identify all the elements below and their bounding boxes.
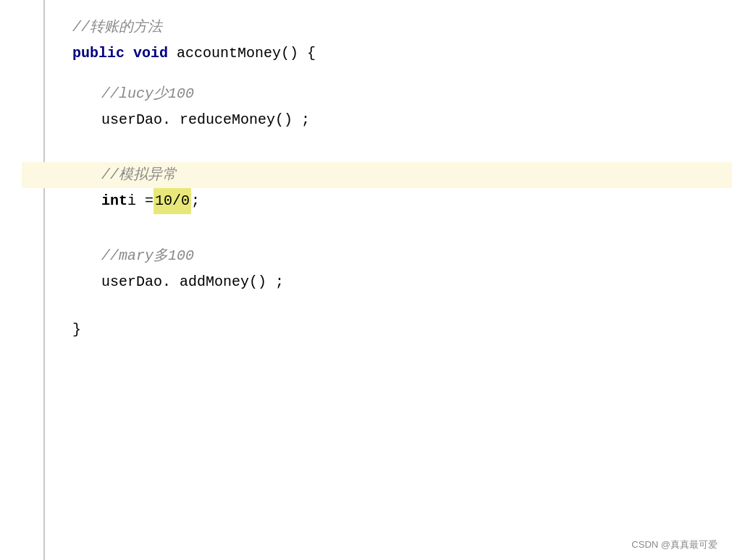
closing-brace: } (72, 317, 81, 343)
spacer3 (72, 148, 710, 162)
reduce-money-line: userDao. reduceMoney() ; (72, 107, 710, 133)
keyword-public: public (72, 41, 125, 67)
comment-simulate-line: //模拟异常 (22, 162, 732, 188)
comment-transfer: //转账的方法 (72, 14, 162, 41)
space1 (125, 41, 133, 67)
code-block: //转账的方法 public void accountMoney() { //l… (22, 14, 732, 343)
watermark: CSDN @真真最可爱 (631, 538, 718, 551)
left-border (43, 0, 45, 560)
public-void-line: public void accountMoney() { (72, 41, 710, 67)
add-money-code: userDao. addMoney() ; (101, 269, 284, 295)
spacer6 (72, 295, 710, 310)
int-highlight: 10/0 (153, 188, 191, 214)
comment-simulate: //模拟异常 (101, 162, 177, 188)
comment-mary: //mary多100 (101, 243, 194, 269)
comment-transfer-line: //转账的方法 (72, 14, 710, 41)
spacer5 (72, 229, 710, 243)
int-line: int i = 10/0 ; (72, 188, 710, 214)
keyword-int: int (101, 188, 127, 214)
closing-brace-line: } (72, 317, 710, 343)
comment-lucy-line: //lucy少100 (72, 81, 710, 107)
int-var: i = (127, 188, 153, 214)
int-semi: ; (191, 188, 200, 214)
keyword-void: void (133, 41, 168, 67)
spacer2 (72, 133, 710, 148)
comment-mary-line: //mary多100 (72, 243, 710, 269)
spacer4 (72, 214, 710, 229)
add-money-line: userDao. addMoney() ; (72, 269, 710, 295)
method-name: accountMoney() { (168, 41, 316, 67)
spacer1 (72, 67, 710, 81)
code-container: //转账的方法 public void accountMoney() { //l… (0, 0, 732, 560)
reduce-money-code: userDao. reduceMoney() ; (101, 107, 310, 133)
comment-lucy: //lucy少100 (101, 81, 194, 107)
